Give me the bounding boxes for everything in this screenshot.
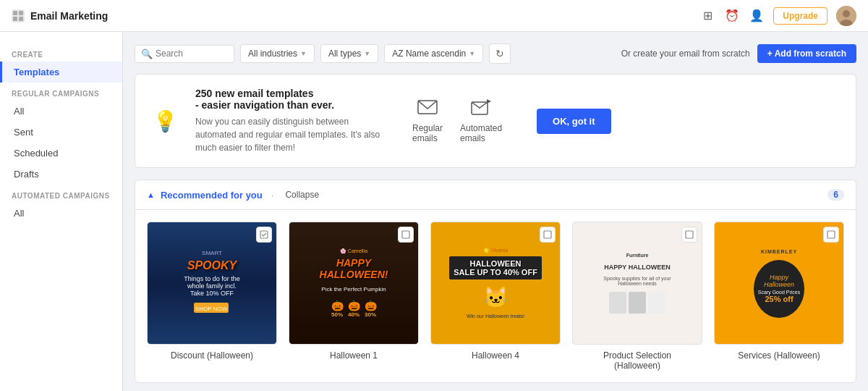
user-circle-icon[interactable]: 👤 <box>749 8 765 24</box>
grid-icon[interactable]: ⊞ <box>699 8 715 24</box>
chevron-down-icon: ▼ <box>364 50 370 57</box>
avatar[interactable] <box>836 6 856 26</box>
automated-campaigns-label: AUTOMATED CAMPAIGNS <box>0 185 122 203</box>
template-name: Product Selection (Halloween) <box>572 350 702 371</box>
app-title: Email Marketing <box>30 10 108 22</box>
svg-rect-14 <box>544 231 551 238</box>
add-from-scratch-button[interactable]: + Add from scratch <box>757 44 856 63</box>
sort-label: AZ Name ascendin <box>392 49 466 59</box>
template-card[interactable]: 🌟 Vivanta HALLOWEENSALE UP TO 40% OFF 🐱 … <box>430 222 561 371</box>
info-banner: 💡 250 new email templates- easier naviga… <box>135 74 856 168</box>
svg-rect-13 <box>402 231 409 238</box>
svg-rect-15 <box>686 231 693 238</box>
regular-email-icon <box>417 98 438 120</box>
templates-grid: SMART SPOOKY Things to do for thewhole f… <box>147 222 844 371</box>
topbar: Email Marketing ⊞ ⏰ 👤 Upgrade <box>0 0 868 32</box>
banner-heading: 250 new email templates- easier navigati… <box>195 88 383 111</box>
sort-dropdown[interactable]: AZ Name ascendin ▼ <box>384 44 483 63</box>
template-thumbnail: KIMBERLEY HappyHalloween Scary Good Pric… <box>714 222 844 345</box>
regular-emails-label: Regular emails <box>412 123 443 143</box>
sidebar-item-scheduled[interactable]: Scheduled <box>0 143 122 164</box>
template-select-icon <box>823 227 839 243</box>
app-logo <box>12 9 25 22</box>
industry-filter-label: All industries <box>248 49 297 59</box>
template-name: Halloween 1 <box>289 350 419 361</box>
svg-point-5 <box>843 10 850 17</box>
sidebar-item-sent[interactable]: Sent <box>0 122 122 143</box>
svg-rect-3 <box>19 17 23 21</box>
upgrade-button[interactable]: Upgrade <box>773 7 827 25</box>
topbar-right: ⊞ ⏰ 👤 Upgrade <box>699 6 856 26</box>
regular-emails-action[interactable]: Regular emails <box>412 98 443 143</box>
sidebar: CREATE Templates REGULAR CAMPAIGNS All S… <box>0 32 123 391</box>
search-icon: 🔍 <box>141 49 153 59</box>
recommended-title: Recommended for you <box>161 190 263 201</box>
sidebar-item-all-automated[interactable]: All <box>0 203 122 224</box>
template-thumbnail: SMART SPOOKY Things to do for thewhole f… <box>147 222 277 345</box>
svg-rect-2 <box>13 17 17 21</box>
template-card[interactable]: Furniture HAPPY HALLOWEEN Spooky supplie… <box>572 222 702 371</box>
search-box[interactable]: 🔍 <box>135 45 234 63</box>
template-select-icon <box>398 227 414 243</box>
template-name: Services (Halloween) <box>714 350 844 361</box>
ok-button[interactable]: OK, got it <box>537 109 611 134</box>
main-content: 🔍 All industries ▼ All types ▼ AZ Name a… <box>123 32 868 391</box>
template-thumbnail: 🌸 Camellia HAPPYHALLOWEEN! Pick the Perf… <box>289 222 419 345</box>
sidebar-item-all-regular[interactable]: All <box>0 101 122 122</box>
automated-email-icon <box>471 98 491 120</box>
template-select-icon <box>540 227 556 243</box>
layout: CREATE Templates REGULAR CAMPAIGNS All S… <box>0 32 868 391</box>
banner-actions: Regular emails Automated emails <box>412 98 502 143</box>
svg-rect-16 <box>827 231 835 238</box>
chevron-up-icon: ▲ <box>147 190 155 199</box>
create-section-label: CREATE <box>0 43 122 62</box>
recommended-header: ▲ Recommended for you · Collapse 6 <box>135 180 856 209</box>
svg-text:SHOP NOW: SHOP NOW <box>195 306 228 312</box>
dot-separator: · <box>271 190 274 201</box>
svg-rect-0 <box>13 11 17 15</box>
recommended-count: 6 <box>827 189 844 201</box>
template-card[interactable]: SMART SPOOKY Things to do for thewhole f… <box>147 222 277 371</box>
template-card[interactable]: 🌸 Camellia HAPPYHALLOWEEN! Pick the Perf… <box>289 222 419 371</box>
template-select-icon <box>256 227 272 243</box>
regular-campaigns-label: REGULAR CAMPAIGNS <box>0 83 122 101</box>
template-thumbnail: 🌟 Vivanta HALLOWEENSALE UP TO 40% OFF 🐱 … <box>430 222 561 345</box>
sidebar-item-drafts[interactable]: Drafts <box>0 164 122 185</box>
types-filter-dropdown[interactable]: All types ▼ <box>320 44 378 63</box>
template-card[interactable]: KIMBERLEY HappyHalloween Scary Good Pric… <box>714 222 844 371</box>
chevron-down-icon: ▼ <box>300 50 307 57</box>
template-select-icon <box>681 227 697 243</box>
toolbar-right: Or create your email from scratch + Add … <box>621 44 856 63</box>
refresh-button[interactable]: ↻ <box>489 43 511 64</box>
see-more[interactable]: ▾ See more <box>135 383 856 391</box>
bulb-icon: 💡 <box>153 109 178 133</box>
banner-body: Now you can easily distinguish between a… <box>195 115 383 154</box>
template-thumbnail: Furniture HAPPY HALLOWEEN Spooky supplie… <box>572 222 702 345</box>
banner-text: 250 new email templates- easier navigati… <box>195 88 383 154</box>
svg-marker-9 <box>487 99 491 104</box>
svg-rect-12 <box>260 231 268 238</box>
template-name: Halloween 4 <box>430 350 561 361</box>
toolbar: 🔍 All industries ▼ All types ▼ AZ Name a… <box>135 43 856 64</box>
search-input[interactable] <box>156 49 228 59</box>
template-name: Discount (Halloween) <box>147 350 277 361</box>
collapse-button[interactable]: Collapse <box>285 190 319 200</box>
types-filter-label: All types <box>328 49 361 59</box>
or-text: Or create your email from scratch <box>621 49 750 59</box>
chevron-down-icon: ▼ <box>469 50 475 57</box>
industry-filter-dropdown[interactable]: All industries ▼ <box>240 44 315 63</box>
sidebar-item-templates[interactable]: Templates <box>0 62 122 83</box>
svg-rect-1 <box>19 11 23 15</box>
topbar-left: Email Marketing <box>12 9 108 22</box>
clock-icon[interactable]: ⏰ <box>724 8 740 24</box>
automated-emails-label: Automated emails <box>460 123 502 143</box>
automated-emails-action[interactable]: Automated emails <box>460 98 502 143</box>
templates-section: SMART SPOOKY Things to do for thewhole f… <box>135 209 856 383</box>
